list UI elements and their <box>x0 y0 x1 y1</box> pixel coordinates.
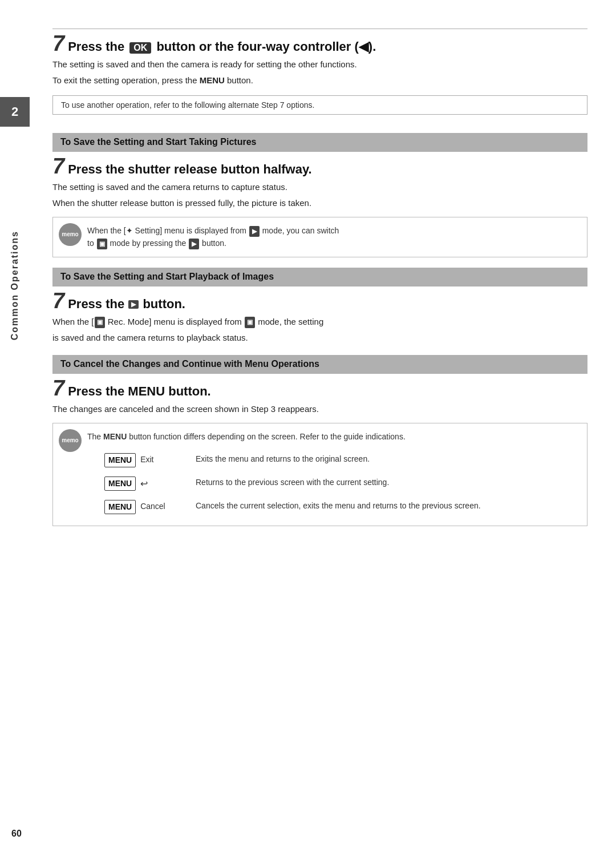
memo-icon-1: memo <box>59 223 82 246</box>
sidebar: 2 Common Operations <box>0 0 30 848</box>
body-text-4a: The changes are canceled and the screen … <box>52 402 587 416</box>
section-shutter: 7 Press the shutter release button halfw… <box>52 151 587 257</box>
menu-badge-3: MENU <box>104 500 136 514</box>
menu-row-3-desc: Cancels the current selection, exits the… <box>190 495 590 519</box>
cam-mode-icon-1: ▣ <box>97 239 107 250</box>
gray-header-2: To Save the Setting and Start Playback o… <box>52 268 587 286</box>
body-text-2a: The setting is saved and the camera retu… <box>52 180 587 194</box>
divider-4 <box>52 373 587 374</box>
page: 2 Common Operations 7 Press the OK butto… <box>0 0 616 848</box>
table-row: MENU Exit Exits the menu and returns to … <box>99 449 590 472</box>
gray-header-3: To Cancel the Changes and Continue with … <box>52 355 587 373</box>
main-content: 7 Press the OK button or the four-way co… <box>30 11 616 848</box>
menu-bold-1: MENU <box>200 75 225 85</box>
body-text-3b: is saved and the camera returns to playb… <box>52 331 587 345</box>
divider-2 <box>52 151 587 152</box>
memo-text-2: to ▣ mode by pressing the ▶ button. <box>87 237 579 249</box>
heading-line-4: 7 Press the MENU button. <box>52 377 587 399</box>
memo-box-2: memo The MENU button function differs de… <box>52 423 587 526</box>
menu-row-2-desc: Returns to the previous screen with the … <box>190 472 590 495</box>
table-row: MENU Cancel Cancels the current selectio… <box>99 495 590 519</box>
chapter-number: 2 <box>0 97 30 127</box>
memo-icon-2: memo <box>59 429 82 452</box>
page-number: 60 <box>11 829 22 839</box>
step-number-3: 7 <box>52 290 64 312</box>
sidebar-label-text: Common Operations <box>10 231 20 340</box>
memo-icon-label-1: memo <box>62 230 78 239</box>
heading-text-1: Press the OK button or the four-way cont… <box>68 39 376 54</box>
menu-bold-2: MENU <box>128 384 165 398</box>
setting-label: ✦ Setting <box>126 226 160 235</box>
memo-box-1: memo When the [✦ Setting] menu is displa… <box>52 217 587 257</box>
section-playback: 7 Press the ▶ button. When the [▣ Rec. M… <box>52 286 587 345</box>
menu-row-3-label: MENU Cancel <box>99 495 190 519</box>
table-row: MENU ↩ Returns to the previous screen wi… <box>99 472 590 495</box>
memo-text-3: The MENU button function differs dependi… <box>87 430 579 443</box>
play-mode-icon-1: ▶ <box>249 226 260 237</box>
menu-badge-2: MENU <box>104 477 136 491</box>
menu-table: MENU Exit Exits the menu and returns to … <box>99 449 590 519</box>
body-text-1b: To exit the setting operation, press the… <box>52 74 587 87</box>
heading-line-3: 7 Press the ▶ button. <box>52 290 587 312</box>
step-number-4: 7 <box>52 377 64 399</box>
cam-rec-icon: ▣ <box>95 317 105 328</box>
section-ok-button: 7 Press the OK button or the four-way co… <box>52 29 587 123</box>
info-box-1: To use another operation, refer to the f… <box>52 95 587 115</box>
memo-icon-label-2: memo <box>62 436 78 445</box>
gray-header-1: To Save the Setting and Start Taking Pic… <box>52 133 587 151</box>
play-btn-icon: ▶ <box>128 300 139 309</box>
cam-mode-icon-2: ▣ <box>245 317 255 328</box>
step-number-1: 7 <box>52 33 64 54</box>
menu-row-1-label: MENU Exit <box>99 449 190 472</box>
menu-bold-3: MENU <box>103 432 127 441</box>
menu-row-2-label: MENU ↩ <box>99 472 190 495</box>
heading-text-2: Press the shutter release button halfway… <box>68 162 312 177</box>
body-text-3a: When the [▣ Rec. Mode] menu is displayed… <box>52 315 587 329</box>
body-text-1a: The setting is saved and then the camera… <box>52 58 587 71</box>
undo-arrow-icon: ↩ <box>140 477 148 491</box>
menu-item-1-text: Exit <box>140 455 153 464</box>
heading-text-3: Press the ▶ button. <box>68 297 185 312</box>
section-menu: 7 Press the MENU button. The changes are… <box>52 373 587 526</box>
sidebar-label-container: Common Operations <box>0 171 30 399</box>
menu-item-3-text: Cancel <box>140 502 165 511</box>
memo-text-1: When the [✦ Setting] menu is displayed f… <box>87 224 579 237</box>
menu-badge-1: MENU <box>104 453 136 467</box>
divider-top <box>52 29 587 29</box>
heading-line-1: 7 Press the OK button or the four-way co… <box>52 33 587 54</box>
ok-badge: OK <box>129 42 151 54</box>
menu-row-1-desc: Exits the menu and returns to the origin… <box>190 449 590 472</box>
heading-line-2: 7 Press the shutter release button halfw… <box>52 155 587 177</box>
heading-text-4: Press the MENU button. <box>68 384 211 399</box>
play-mode-icon-2: ▶ <box>189 239 199 250</box>
step-number-2: 7 <box>52 155 64 177</box>
divider-3 <box>52 286 587 286</box>
body-text-2b: When the shutter release button is press… <box>52 196 587 210</box>
